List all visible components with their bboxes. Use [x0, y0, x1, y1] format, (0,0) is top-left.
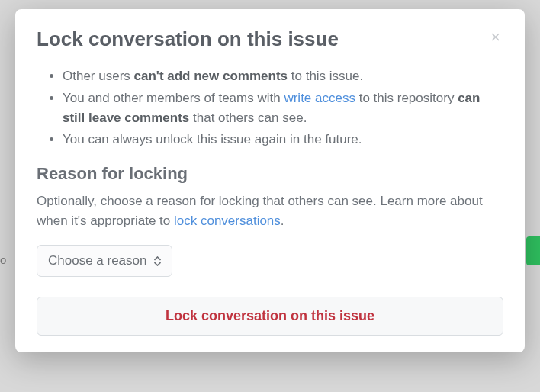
lock-conversations-link[interactable]: lock conversations: [174, 214, 281, 228]
reason-heading: Reason for locking: [37, 164, 503, 184]
close-icon: ×: [490, 27, 500, 47]
text: You can always unlock this issue again i…: [63, 132, 362, 146]
reason-select-label: Choose a reason: [48, 253, 146, 268]
text: that others can see.: [189, 111, 307, 125]
text: Other users: [63, 69, 134, 83]
close-button[interactable]: ×: [487, 27, 503, 47]
reason-select[interactable]: Choose a reason: [37, 245, 172, 277]
list-item: You and other members of teams with writ…: [63, 88, 503, 129]
dialog-title: Lock conversation on this issue: [37, 27, 339, 51]
background-fragment-left: o: [0, 253, 6, 266]
write-access-link[interactable]: write access: [284, 91, 355, 105]
text: to this issue.: [288, 69, 363, 83]
list-item: You can always unlock this issue again i…: [63, 130, 503, 149]
list-item: Other users can't add new comments to th…: [63, 66, 503, 86]
text: .: [281, 214, 284, 228]
updown-caret-icon: [154, 256, 161, 266]
text: You and other members of teams with: [63, 91, 284, 105]
background-fragment-button: [526, 236, 540, 265]
lock-conversation-dialog: Lock conversation on this issue × Other …: [15, 9, 525, 352]
reason-help-text: Optionally, choose a reason for locking …: [37, 191, 503, 232]
lock-conversation-button[interactable]: Lock conversation on this issue: [37, 297, 503, 336]
lock-effects-list: Other users can't add new comments to th…: [63, 66, 503, 149]
text-bold: can't add new comments: [134, 69, 288, 83]
text: to this repository: [355, 91, 458, 105]
dialog-header: Lock conversation on this issue ×: [37, 27, 503, 51]
